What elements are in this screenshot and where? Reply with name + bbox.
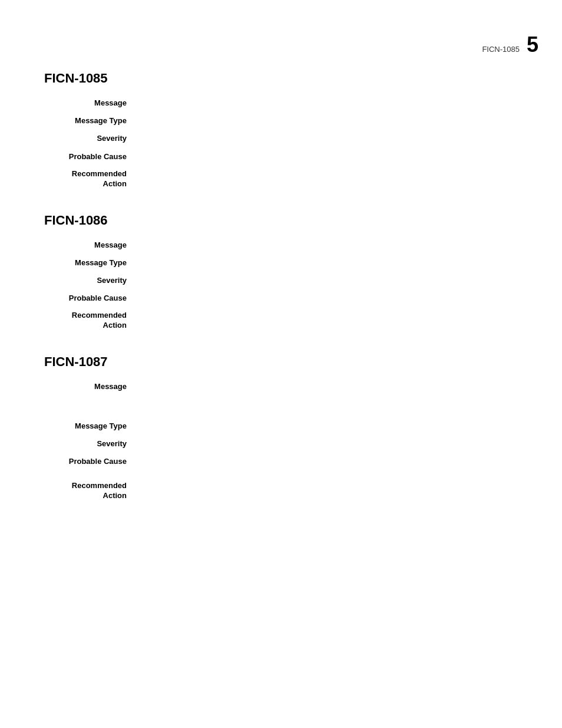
field-row-probablecause-1085: Probable Cause (44, 151, 538, 162)
section-ficn-1087: FICN-1087 Message Message Type Severity … (44, 354, 538, 501)
label-severity-1085: Severity (44, 133, 138, 144)
label-messagetype-1087: Message Type (44, 421, 138, 431)
label-probablecause-1086: Probable Cause (44, 293, 138, 304)
field-row-recommendedaction-1085: RecommendedAction (44, 169, 538, 189)
label-messagetype-1086: Message Type (44, 258, 138, 268)
header-page-number: 5 (527, 32, 538, 57)
label-severity-1087: Severity (44, 439, 138, 449)
label-probablecause-1085: Probable Cause (44, 151, 138, 162)
label-messagetype-1085: Message Type (44, 116, 138, 126)
header-code: FICN-1085 (482, 45, 520, 54)
field-row-severity-1086: Severity (44, 275, 538, 286)
label-recommendedaction-1085: RecommendedAction (44, 169, 138, 189)
section-ficn-1086: FICN-1086 Message Message Type Severity … (44, 213, 538, 331)
label-message-1086: Message (44, 240, 138, 251)
section-title-ficn-1086: FICN-1086 (44, 213, 538, 228)
section-title-ficn-1087: FICN-1087 (44, 354, 538, 370)
section-ficn-1085: FICN-1085 Message Message Type Severity … (44, 71, 538, 189)
value-probablecause-1087 (138, 456, 538, 474)
value-message-1087 (138, 381, 538, 414)
field-row-severity-1085: Severity (44, 133, 538, 144)
field-row-severity-1087: Severity (44, 439, 538, 449)
label-probablecause-1087: Probable Cause (44, 456, 138, 467)
field-row-recommendedaction-1086: RecommendedAction (44, 311, 538, 331)
field-row-probablecause-1087: Probable Cause (44, 456, 538, 474)
label-severity-1086: Severity (44, 275, 138, 286)
field-row-message-1085: Message (44, 98, 538, 108)
page-header: FICN-1085 5 (482, 32, 538, 57)
field-row-messagetype-1087: Message Type (44, 421, 538, 431)
label-message-1085: Message (44, 98, 138, 108)
label-message-1087: Message (44, 381, 138, 392)
page-content: FICN-1085 Message Message Type Severity … (0, 0, 562, 560)
field-row-message-1087: Message (44, 381, 538, 414)
field-row-recommendedaction-1087: RecommendedAction (44, 481, 538, 501)
field-row-messagetype-1085: Message Type (44, 116, 538, 126)
label-recommendedaction-1086: RecommendedAction (44, 311, 138, 331)
field-row-probablecause-1086: Probable Cause (44, 293, 538, 304)
field-row-messagetype-1086: Message Type (44, 258, 538, 268)
section-title-ficn-1085: FICN-1085 (44, 71, 538, 86)
field-row-message-1086: Message (44, 240, 538, 251)
label-recommendedaction-1087: RecommendedAction (44, 481, 138, 501)
